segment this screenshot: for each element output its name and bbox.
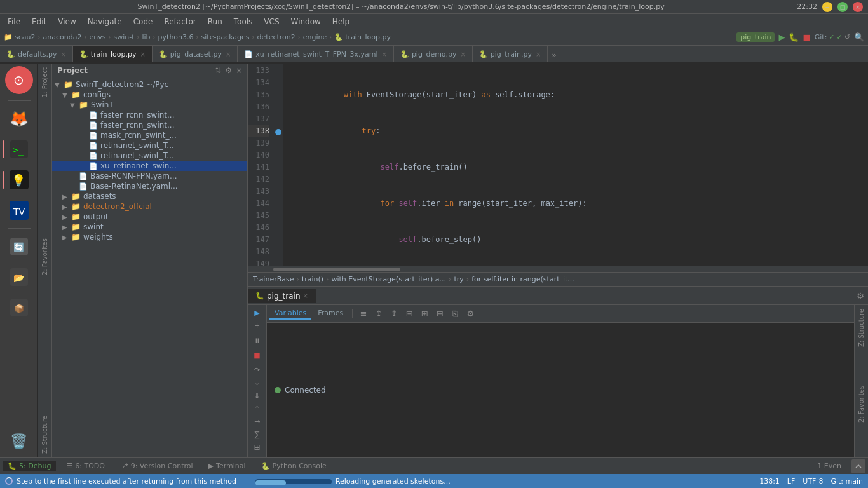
tab-pigdemo[interactable]: 🐍 pig_demo.py × bbox=[394, 46, 473, 62]
variables-tab[interactable]: Variables bbox=[269, 308, 311, 320]
copy-btn[interactable]: ⎘ bbox=[448, 307, 462, 321]
code-editor[interactable]: with EventStorage(start_iter) as self.st… bbox=[283, 64, 868, 266]
bc-trainerbase[interactable]: TrainerBase bbox=[253, 275, 294, 283]
panel-project-label[interactable]: 1: Project bbox=[39, 64, 50, 101]
search-everywhere-button[interactable]: 🔍 bbox=[854, 32, 864, 42]
debug-force-step-btn[interactable]: ⇓ bbox=[250, 391, 264, 402]
tree-base-rcnn[interactable]: 📄 Base-RCNN-FPN.yam... bbox=[52, 171, 247, 181]
path-envs[interactable]: envs bbox=[89, 33, 105, 41]
maximize-button[interactable]: □ bbox=[837, 2, 848, 12]
sidebar-gear-icon[interactable]: ⚙ bbox=[225, 66, 232, 75]
path-trainloop[interactable]: 🐍train_loop.py bbox=[334, 33, 391, 41]
tab-close-pigdemo[interactable]: × bbox=[460, 51, 465, 58]
debug-evaluate-btn[interactable]: ∑ bbox=[250, 429, 264, 440]
tab-close-trainloop[interactable]: × bbox=[140, 51, 145, 58]
sort-asc-btn[interactable]: ↕ bbox=[372, 307, 386, 321]
menu-help[interactable]: Help bbox=[327, 16, 355, 27]
panel-structure-label[interactable]: Z: Structure bbox=[39, 412, 50, 458]
debug-run-cursor-btn[interactable]: → bbox=[250, 416, 264, 427]
stop-button[interactable]: ■ bbox=[803, 32, 810, 42]
ubuntu-terminal-icon[interactable]: >_ bbox=[5, 135, 33, 163]
todo-tab[interactable]: ☰ 6: TODO bbox=[61, 461, 110, 471]
bc-train[interactable]: train() bbox=[302, 275, 323, 283]
debug-right-label2[interactable]: 2: Favorites bbox=[856, 382, 867, 426]
debug-step-into-btn[interactable]: ↓ bbox=[250, 377, 264, 388]
menu-view[interactable]: View bbox=[53, 16, 81, 27]
menu-edit[interactable]: Edit bbox=[27, 16, 51, 27]
debug-button[interactable]: 🐛 bbox=[789, 32, 799, 42]
menu-refactor[interactable]: Refactor bbox=[159, 16, 201, 27]
settings2-btn[interactable]: ⚙ bbox=[463, 307, 477, 321]
path-detectron2[interactable]: detectron2 bbox=[257, 33, 295, 41]
status-git[interactable]: Git: main bbox=[831, 477, 863, 485]
tab-close-pigtrain[interactable]: × bbox=[536, 51, 541, 58]
sort-desc-btn[interactable]: ↕ bbox=[387, 307, 401, 321]
ubuntu-app1-icon[interactable]: 🔄 bbox=[5, 233, 33, 261]
close-button[interactable]: × bbox=[853, 2, 863, 12]
tree-weights[interactable]: ▶ 📁 weights bbox=[52, 232, 247, 242]
tree-configs[interactable]: ▼ 📁 configs bbox=[52, 90, 247, 100]
minimize-button[interactable]: − bbox=[822, 2, 832, 12]
debug-tab-pigtrain[interactable]: 🐛 pig_train × bbox=[248, 289, 316, 303]
path-sitepackages[interactable]: site-packages bbox=[201, 33, 250, 41]
debug-step-over-btn[interactable]: ↷ bbox=[250, 365, 264, 376]
tree-swintfolder[interactable]: ▶ 📁 swint bbox=[52, 222, 247, 232]
status-position[interactable]: 138:1 bbox=[759, 477, 780, 485]
debug-settings-icon[interactable]: ⚙ bbox=[857, 291, 864, 301]
tree-yaml4[interactable]: 📄 retinanet_swint_T... bbox=[52, 140, 247, 151]
path-lib[interactable]: lib bbox=[142, 33, 150, 41]
menu-tools[interactable]: Tools bbox=[229, 16, 258, 27]
terminal-tab[interactable]: ▶ Terminal bbox=[203, 461, 251, 471]
tree-yaml1[interactable]: 📄 faster_rcnn_swint... bbox=[52, 110, 247, 120]
tree-yaml5[interactable]: 📄 retinanet_swint_T... bbox=[52, 151, 247, 161]
collapse-btn[interactable]: ⊟ bbox=[433, 307, 447, 321]
expand-btn[interactable]: ⊞ bbox=[417, 307, 431, 321]
menu-run[interactable]: Run bbox=[203, 16, 227, 27]
ubuntu-app2-icon[interactable]: 📂 bbox=[5, 263, 33, 291]
bc-for[interactable]: for self.iter in range(start_it... bbox=[471, 275, 574, 283]
ubuntu-trash-icon[interactable]: 🗑️ bbox=[5, 427, 33, 455]
vcs-tab[interactable]: ⎇ 9: Version Control bbox=[115, 461, 198, 471]
tree-datasets[interactable]: ▶ 📁 datasets bbox=[52, 191, 247, 201]
event-log-btn[interactable]: 1 Even bbox=[812, 461, 846, 471]
debug-stop-btn[interactable]: ■ bbox=[250, 350, 264, 361]
tab-trainloop[interactable]: 🐍 train_loop.py × bbox=[73, 46, 153, 62]
status-encoding[interactable]: UTF-8 bbox=[803, 477, 823, 485]
status-lf[interactable]: LF bbox=[787, 477, 795, 485]
ubuntu-pycharm-icon[interactable]: 💡 bbox=[5, 166, 33, 194]
python-console-tab[interactable]: 🐍 Python Console bbox=[256, 461, 332, 471]
scrollbar-thumb[interactable] bbox=[273, 268, 400, 271]
tab-pigdataset[interactable]: 🐍 pig_dataset.py × bbox=[153, 46, 238, 62]
filter-btn[interactable]: ⊟ bbox=[402, 307, 416, 321]
panel-favorites-label[interactable]: 2: Favorites bbox=[39, 234, 50, 279]
run-button[interactable]: ▶ bbox=[778, 32, 785, 42]
tree-base-retina[interactable]: 📄 Base-RetinaNet.yaml... bbox=[52, 181, 247, 191]
undo-button[interactable]: ↺ bbox=[844, 33, 850, 41]
tree-root[interactable]: ▼ 📁 SwinT_detectron2 ~/Pyc bbox=[52, 79, 247, 90]
debug-add-btn[interactable]: + bbox=[250, 320, 264, 331]
ubuntu-logo[interactable]: ⊙ bbox=[5, 66, 33, 94]
debug-right-label[interactable]: Z: Structure bbox=[856, 305, 867, 351]
tree-yaml3[interactable]: 📄 mask_rcnn_swint_... bbox=[52, 130, 247, 140]
menu-navigate[interactable]: Navigate bbox=[83, 16, 127, 27]
tree-output[interactable]: ▶ 📁 output bbox=[52, 212, 247, 222]
sidebar-sync-icon[interactable]: ⇅ bbox=[215, 66, 221, 75]
tab-xu-yaml[interactable]: 📄 xu_retinanet_swint_T_FPN_3x.yaml × bbox=[238, 46, 394, 62]
tree-swint[interactable]: ▼ 📁 SwinT bbox=[52, 100, 247, 110]
debug-resume-btn[interactable]: ▶ bbox=[250, 308, 264, 318]
path-scau2[interactable]: 📁 scau2 bbox=[4, 33, 36, 41]
debug-trace-btn[interactable]: ⊞ bbox=[250, 442, 264, 453]
bc-eventstorage[interactable]: with EventStorage(start_iter) a... bbox=[331, 275, 445, 283]
sidebar-close-icon[interactable]: × bbox=[236, 66, 242, 75]
ubuntu-firefox-icon[interactable]: 🦊 bbox=[5, 105, 33, 133]
frames-tab[interactable]: Frames bbox=[313, 308, 348, 320]
menu-code[interactable]: Code bbox=[128, 16, 158, 27]
debug-step-out-btn[interactable]: ↑ bbox=[250, 403, 264, 414]
debug-bottom-tab[interactable]: 🐛 5: Debug bbox=[3, 461, 56, 471]
tab-pigtrain[interactable]: 🐍 pig_train.py × bbox=[473, 46, 548, 62]
debug-pause-btn[interactable]: ⏸ bbox=[250, 336, 264, 346]
menu-file[interactable]: File bbox=[3, 16, 25, 27]
ubuntu-app3-icon[interactable]: 📦 bbox=[5, 294, 33, 322]
tab-defaults[interactable]: 🐍 defaults.py × bbox=[0, 46, 73, 62]
debug-tab-close[interactable]: × bbox=[303, 292, 308, 299]
